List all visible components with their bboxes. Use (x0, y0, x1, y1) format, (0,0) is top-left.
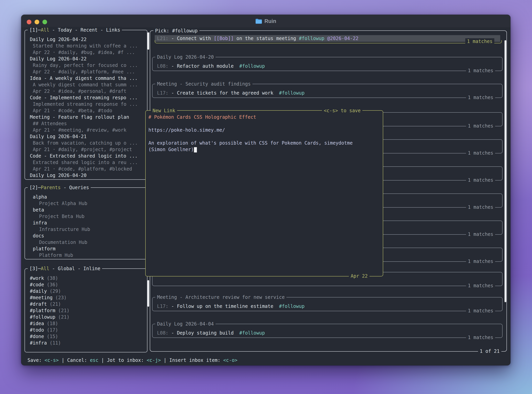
result-note-title: Meeting - Security audit findings (155, 81, 252, 87)
parent-hub: Platform Hub (39, 252, 73, 259)
note-title[interactable]: Daily Log 2026-04-22 (30, 56, 87, 62)
result-note-title: Daily Log 2026-04-04 (155, 321, 216, 327)
note-meta: Apr 22 · #daily, #bug, #idea, #f ... (33, 49, 135, 56)
parent-hub: Documentation Hub (39, 239, 87, 246)
tag-item[interactable]: #platform(21) (30, 307, 69, 314)
matches-badge: 1 matches (466, 123, 495, 129)
parent-hub: Infrastructure Hub (39, 226, 90, 233)
notes-panel-header: [1]─All - Today - Recent - Links (28, 27, 122, 33)
selected-result-border: 1 matches (155, 40, 502, 43)
result-note-title: Daily Log 2026-04-20 (155, 54, 216, 60)
matches-badge: 1 matches (466, 231, 495, 238)
note-snippet: Back from vacation, catching up o ... (33, 140, 138, 146)
save-hint: <c-s> to save (322, 108, 362, 114)
window-title-text: Ruin (264, 18, 276, 24)
note-snippet: Implemented streaming response fo ... (33, 101, 138, 108)
parent-name[interactable]: alpha (33, 194, 47, 200)
statusbar: Save: <c-s> | Cancel: esc | Jot to inbox… (27, 357, 237, 363)
note-title[interactable]: Daily Log 2026-04-20 (30, 172, 87, 179)
matches-badge: 1 matches (466, 94, 495, 101)
note-snippet: A weekly digest command that summ ... (33, 82, 138, 88)
tag-item[interactable]: #draft(21) (30, 301, 61, 307)
tag-item[interactable]: #infra(11) (30, 340, 61, 346)
result-line[interactable]: L17: - Follow up on the timeline estimat… (157, 303, 304, 310)
result-box[interactable]: Meeting - Architecture review for new se… (152, 297, 503, 311)
matches-badge: 1 matches (466, 283, 495, 289)
result-box[interactable]: Daily Log 2026-04-04 L08: - Deploy stagi… (152, 324, 503, 338)
tags-panel-scrollbar[interactable] (147, 280, 149, 307)
note-meta: Apr 21 · #daily, #project, #project (33, 146, 132, 153)
note-snippet: Started the morning with coffee a ... (33, 43, 138, 49)
folder-icon (256, 18, 262, 24)
note-snippet: Extracted shared logic into a reu ... (33, 159, 138, 166)
matches-badge: 1 matches (466, 177, 495, 183)
result-line[interactable]: L08: - Deploy staging build #followup (157, 330, 265, 336)
results-scrollbar[interactable] (505, 40, 506, 302)
minimize-button[interactable] (35, 20, 39, 24)
matches-badge: 1 matches (466, 204, 495, 211)
tag-item[interactable]: #meeting(23) (30, 295, 67, 301)
tag-item[interactable]: #followup(21) (30, 314, 69, 320)
tag-item[interactable]: #code(36) (30, 282, 58, 288)
tags-panel-header: [3]─All - Global - Inline (28, 265, 102, 272)
result-line[interactable]: L08: - Refactor auth module #followup (157, 63, 265, 69)
note-title[interactable]: Code - Implemented streaming respo ... (30, 95, 138, 101)
note-title[interactable]: Code - Extracted shared logic into ... (30, 153, 138, 159)
matches-badge: 1 matches (466, 258, 495, 265)
new-link-modal[interactable]: New Link <c-s> to save Apr 22 # Pokémon … (145, 110, 383, 276)
result-note-title: Meeting - Architecture review for new se… (155, 294, 287, 301)
note-meta: Apr 22 · #daily, #platform, #mee ... (33, 69, 135, 75)
note-meta: Apr 21 · #code, #beta, #todo (33, 108, 112, 114)
tag-item[interactable]: #daily(29) (30, 288, 61, 295)
parent-hub: Project Beta Hub (39, 213, 84, 220)
note-title[interactable]: Idea - A weekly digest command tha ... (30, 75, 138, 82)
pick-query-label: Pick: #followup (153, 28, 199, 34)
parent-name[interactable]: platform (33, 246, 56, 252)
matches-badge: 1 matches (466, 67, 495, 74)
modal-title: New Link (151, 108, 177, 114)
result-box[interactable]: Meeting - Security audit findings L17: -… (152, 84, 503, 98)
note-meta: Apr 21 · #meeting, #review, #work (33, 127, 126, 133)
note-meta: Apr 21 · #code, #platform, #blocked (33, 166, 132, 172)
terminal-window: Ruin [1]─All - Today - Recent - Links Da… (21, 15, 510, 365)
tag-item[interactable]: #idea(18) (30, 320, 58, 327)
tag-item[interactable]: #todo(17) (30, 327, 58, 333)
note-title[interactable]: Meeting - Feature flag rollout plan (30, 114, 129, 120)
note-snippet: Rainy day, perfect for focused co ... (33, 62, 138, 69)
tag-item[interactable]: #work(38) (30, 275, 58, 282)
note-meta: Apr 22 · #idea, #personal, #draft (33, 88, 126, 95)
titlebar[interactable]: Ruin (21, 15, 510, 28)
date-badge: Apr 22 (349, 273, 370, 280)
matches-badge: 1 matches (466, 308, 495, 314)
parent-name[interactable]: beta (33, 207, 44, 213)
note-title[interactable]: Daily Log 2026-04-21 (30, 133, 87, 140)
note-title[interactable]: Daily Log 2026-04-22 (30, 36, 87, 43)
traffic-lights (27, 20, 47, 24)
link-desc-line-1[interactable]: An exploration of what's possible with C… (148, 140, 353, 146)
tag-item[interactable]: #done(15) (30, 333, 58, 340)
notes-panel-scrollbar[interactable] (147, 32, 149, 50)
result-box[interactable]: Daily Log 2026-04-20 L08: - Refactor aut… (152, 57, 503, 71)
parent-hub: Project Alpha Hub (39, 200, 87, 207)
link-desc-line-2[interactable]: (Simon Goellner) (148, 146, 197, 153)
page-indicator: 1 of 21 (478, 348, 501, 355)
result-line[interactable]: L17: - Create tickets for the agreed wor… (157, 90, 304, 96)
zoom-button[interactable] (42, 20, 47, 24)
matches-badge: 1 matches (466, 334, 495, 341)
parent-name[interactable]: docs (33, 233, 44, 239)
close-button[interactable] (27, 20, 31, 24)
note-snippet: ## Attendees (33, 120, 67, 127)
window-title: Ruin (256, 18, 276, 24)
matches-badge: 1 matches (466, 150, 495, 156)
link-url-line[interactable]: https://poke-holo.simey.me/ (148, 127, 225, 133)
link-heading-line[interactable]: # Pokémon Cards CSS Holographic Effect (148, 114, 256, 120)
parent-name[interactable]: infra (33, 220, 47, 226)
parents-panel-header: [2]─Parents - Queries (28, 184, 91, 191)
matches-badge: 1 matches (465, 38, 494, 45)
text-cursor (194, 147, 197, 152)
